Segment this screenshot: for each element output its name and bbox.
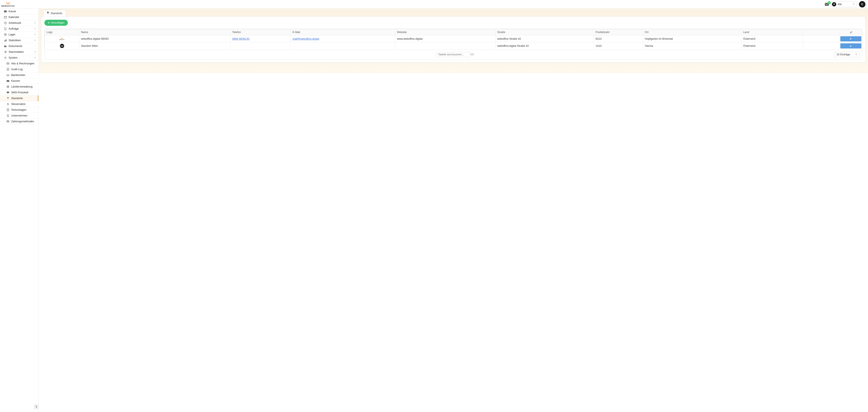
- sidebar-item-unternehmen[interactable]: Unternehmen: [0, 113, 38, 119]
- col-plz[interactable]: Postleitzahl: [594, 29, 643, 35]
- col-strasse[interactable]: Straße: [495, 29, 594, 35]
- pin-icon: [6, 97, 9, 100]
- sidebar-item-kalender[interactable]: Kalender: [0, 14, 38, 20]
- edit-button[interactable]: [840, 36, 861, 41]
- app-header: WEBOFFICE 0 A Alle C: [0, 0, 868, 8]
- table-row[interactable]: WEBOFFICE weboffice.digital DEMO 0664 46…: [45, 35, 862, 42]
- col-telefon[interactable]: Telefon: [230, 29, 291, 35]
- add-button[interactable]: + Hinzufügen: [44, 20, 68, 26]
- tab-standorte[interactable]: Standorte: [43, 10, 66, 17]
- pin-icon: [47, 11, 49, 15]
- sidebar-item-arbeitszeit[interactable]: Arbeitszeit: [0, 20, 38, 26]
- sidebar-item-laender[interactable]: Länderverwaltung: [0, 84, 38, 90]
- sidebar-item-stammdaten[interactable]: Stammdaten: [0, 49, 38, 55]
- credit-icon: [6, 120, 9, 123]
- svg-point-18: [8, 75, 8, 76]
- chevron-down-icon: [34, 39, 36, 42]
- sidebar-item-zahlung[interactable]: Zahlungsmethoden: [0, 119, 38, 124]
- content-panel: + Hinzufügen Logo Name Telefon E-Mail W: [41, 17, 865, 63]
- svg-rect-3: [4, 16, 7, 19]
- chevron-down-icon: [34, 27, 36, 30]
- phone-link[interactable]: 0664 4636135: [232, 37, 249, 40]
- header-actions: 0 A Alle C: [825, 1, 865, 7]
- col-logo[interactable]: Logo: [45, 29, 79, 35]
- svg-point-12: [5, 57, 6, 58]
- cell-telefon: 0664 4636135: [230, 35, 291, 42]
- locations-table-wrap: Logo Name Telefon E-Mail Website Straße …: [44, 29, 862, 59]
- sidebar-item-lager[interactable]: Lager: [0, 32, 38, 37]
- col-spacer: [803, 29, 840, 35]
- pencil-icon: [849, 37, 852, 40]
- svg-rect-24: [8, 98, 8, 99]
- cell-actions: [840, 35, 862, 42]
- sidebar-item-auftraege[interactable]: Aufträge: [0, 26, 38, 32]
- sidebar-item-kassen[interactable]: Kassen: [0, 78, 38, 84]
- cell-ort: Vienna: [643, 42, 741, 50]
- wallet-icon: [6, 79, 9, 82]
- calendar-icon: [4, 16, 7, 19]
- cell-strasse: weboffice Straße 42: [495, 35, 594, 42]
- table-search[interactable]: ⌨: [436, 52, 470, 57]
- building-icon: [6, 114, 9, 117]
- edit-button[interactable]: [840, 43, 861, 49]
- entries-per-page-select[interactable]: 15 Einträge: [834, 52, 860, 57]
- sidebar-collapse-button[interactable]: [34, 404, 39, 409]
- sidebar-item-kasse[interactable]: Kasse: [0, 8, 38, 14]
- user-avatar[interactable]: C: [859, 1, 865, 7]
- sidebar-item-standorte[interactable]: Standorte: [0, 95, 38, 101]
- chart-icon: [4, 39, 7, 42]
- cell-email: mail@weboffice.digital: [291, 35, 395, 42]
- col-actions[interactable]: [840, 29, 862, 35]
- sidebar-item-text[interactable]: Textvorlagen: [0, 107, 38, 113]
- globe-icon: [6, 85, 9, 88]
- list-icon: [4, 51, 7, 53]
- paragraph-icon: §: [6, 102, 9, 106]
- col-ort[interactable]: Ort: [643, 29, 741, 35]
- cell-website: [395, 42, 495, 50]
- email-link[interactable]: mail@weboffice.digital: [292, 37, 319, 40]
- chevron-down-icon: [34, 22, 36, 25]
- col-land[interactable]: Land: [741, 29, 803, 35]
- cell-name: weboffice.digital DEMO: [79, 35, 230, 42]
- sidebar-item-steuer[interactable]: § Steuersätze: [0, 101, 38, 107]
- svg-rect-34: [48, 13, 48, 14]
- gear-icon: [4, 56, 7, 59]
- plus-icon: +: [48, 21, 50, 24]
- sidebar-item-audit[interactable]: Audit-Log: [0, 66, 38, 72]
- svg-rect-13: [7, 63, 9, 64]
- sidebar-item-bank[interactable]: Bankkonten: [0, 72, 38, 78]
- weboffice-logo-icon: WEBOFFICE: [59, 37, 65, 40]
- col-email[interactable]: E-Mail: [291, 29, 395, 35]
- cell-plz: 6314: [594, 35, 643, 42]
- location-filter-select[interactable]: A Alle: [831, 1, 857, 7]
- search-input[interactable]: [438, 53, 470, 56]
- cell-strasse: weboffice.digital Straße 42: [495, 42, 594, 50]
- wrench-icon: [849, 31, 852, 34]
- chevron-down-icon: [34, 51, 36, 53]
- sidebar-item-abo[interactable]: Abo & Rechnungen: [0, 61, 38, 66]
- file-icon: [4, 27, 7, 30]
- table-row[interactable]: SW Standort Wien weboffice.digital Straß…: [45, 42, 862, 50]
- location-avatar: SW: [60, 44, 64, 48]
- notifications-button[interactable]: 0: [825, 3, 829, 6]
- sidebar-item-sms[interactable]: SMS-Protokoll: [0, 90, 38, 95]
- cell-name: Standort Wien: [79, 42, 230, 50]
- cell-ort: Hopfgarten im Brixental: [643, 35, 741, 42]
- col-website[interactable]: Website: [395, 29, 495, 35]
- add-button-label: Hinzufügen: [51, 21, 64, 24]
- main-content: Standorte + Hinzufügen Logo Name T: [39, 8, 868, 412]
- cell-logo: WEBOFFICE: [45, 35, 79, 42]
- cell-actions: [840, 42, 862, 50]
- card-icon: [6, 62, 9, 65]
- col-name[interactable]: Name: [79, 29, 230, 35]
- sidebar-item-system[interactable]: System: [0, 55, 38, 61]
- chat-icon: [6, 91, 9, 94]
- sidebar-item-statistiken[interactable]: Statistiken: [0, 37, 38, 43]
- cell-website: www.weboffice.digital: [395, 35, 495, 42]
- svg-rect-7: [5, 40, 6, 41]
- brand-logo[interactable]: WEBOFFICE: [1, 1, 15, 7]
- svg-rect-6: [4, 40, 5, 41]
- sidebar-item-dokumente[interactable]: Dokumente: [0, 43, 38, 49]
- folder-icon: [4, 45, 7, 48]
- notification-count: 0: [828, 1, 831, 4]
